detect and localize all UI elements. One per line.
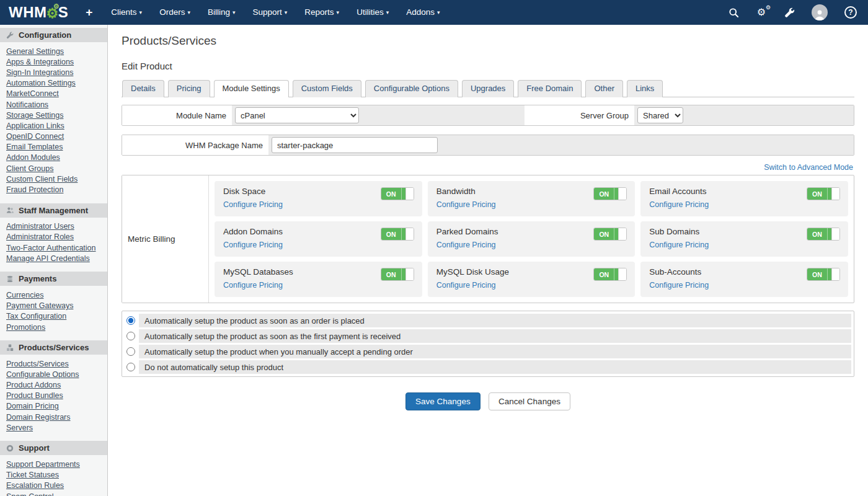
configure-pricing-link[interactable]: Configure Pricing	[649, 200, 709, 209]
tab-custom-fields[interactable]: Custom Fields	[293, 80, 361, 97]
nav-item-billing[interactable]: Billing▾	[199, 0, 244, 25]
sidebar-item-automation-settings[interactable]: Automation Settings	[0, 78, 107, 89]
switch-advanced-mode-link[interactable]: Switch to Advanced Mode	[764, 163, 853, 172]
sidebar-item-spam-control[interactable]: Spam Control	[0, 491, 107, 496]
sidebar-item-configurable-options[interactable]: Configurable Options	[0, 369, 107, 379]
tab-links[interactable]: Links	[627, 80, 663, 97]
tab-module-settings[interactable]: Module Settings	[214, 80, 289, 97]
setup-option-radio[interactable]	[126, 347, 135, 356]
toggle-off-track	[831, 188, 839, 200]
metric-toggle[interactable]: ON	[807, 268, 840, 281]
sidebar-item-product-addons[interactable]: Product Addons	[0, 380, 107, 391]
tab-upgrades[interactable]: Upgrades	[462, 80, 514, 97]
nav-item-orders[interactable]: Orders▾	[151, 0, 199, 25]
automation-status-gears-icon[interactable]: ⚙⚙	[756, 7, 767, 18]
nav-item-addons[interactable]: Addons▾	[397, 0, 448, 25]
nav-item-reports[interactable]: Reports▾	[296, 0, 348, 25]
module-name-label: Module Name	[122, 105, 232, 125]
save-changes-button[interactable]: Save Changes	[405, 392, 480, 410]
sidebar-item-fraud-protection[interactable]: Fraud Protection	[0, 184, 107, 195]
sidebar-item-domain-registrars[interactable]: Domain Registrars	[0, 412, 107, 422]
cancel-changes-button[interactable]: Cancel Changes	[489, 392, 570, 410]
sidebar-item-tax-configuration[interactable]: Tax Configuration	[0, 311, 107, 322]
tab-other[interactable]: Other	[585, 80, 623, 97]
configure-pricing-link[interactable]: Configure Pricing	[223, 281, 283, 290]
nav-item-utilities[interactable]: Utilities▾	[348, 0, 397, 25]
metric-toggle[interactable]: ON	[381, 228, 414, 241]
sidebar-item-product-bundles[interactable]: Product Bundles	[0, 391, 107, 401]
metric-toggle[interactable]: ON	[593, 268, 627, 281]
configure-pricing-link[interactable]: Configure Pricing	[436, 281, 496, 290]
help-icon[interactable]: ?	[844, 6, 857, 19]
main-content: Products/Services Edit Product DetailsPr…	[108, 25, 868, 496]
sidebar-item-support-departments[interactable]: Support Departments	[0, 459, 107, 469]
advanced-mode-row: Switch to Advanced Mode	[123, 161, 853, 172]
sidebar-item-manage-api-credentials[interactable]: Manage API Credentials	[0, 253, 107, 264]
search-icon[interactable]	[728, 7, 739, 18]
sidebar-item-general-settings[interactable]: General Settings	[0, 46, 107, 56]
metric-toggle[interactable]: ON	[381, 268, 414, 281]
sidebar-link-list: Products/ServicesConfigurable OptionsPro…	[0, 355, 107, 434]
user-avatar[interactable]	[812, 4, 828, 20]
sidebar-item-administrator-users[interactable]: Administrator Users	[0, 221, 107, 232]
sidebar-link-list: General SettingsApps & IntegrationsSign-…	[0, 42, 107, 197]
tab-pricing[interactable]: Pricing	[168, 80, 210, 97]
configure-pricing-link[interactable]: Configure Pricing	[436, 200, 496, 209]
sidebar-item-administrator-roles[interactable]: Administrator Roles	[0, 232, 107, 242]
configure-pricing-link[interactable]: Configure Pricing	[649, 281, 709, 290]
sidebar-item-ticket-statuses[interactable]: Ticket Statuses	[0, 470, 107, 480]
server-group-select[interactable]: Shared	[637, 107, 683, 123]
sidebar-item-payment-gateways[interactable]: Payment Gateways	[0, 301, 107, 311]
sidebar-item-two-factor-authentication[interactable]: Two-Factor Authentication	[0, 242, 107, 253]
sidebar-item-marketconnect[interactable]: MarketConnect	[0, 89, 107, 99]
sidebar-item-escalation-rules[interactable]: Escalation Rules	[0, 480, 107, 491]
setup-option-radio[interactable]	[126, 316, 135, 325]
sidebar-item-promotions[interactable]: Promotions	[0, 322, 107, 332]
sidebar-item-application-links[interactable]: Application Links	[0, 120, 107, 131]
nav-item-clients[interactable]: Clients▾	[102, 0, 151, 25]
sidebar-item-apps-integrations[interactable]: Apps & Integrations	[0, 56, 107, 67]
configure-pricing-link[interactable]: Configure Pricing	[223, 241, 283, 249]
whm-package-name-input[interactable]	[272, 137, 438, 153]
logo-small-gear-icon: ⚙	[53, 2, 60, 11]
metric-toggle[interactable]: ON	[381, 187, 414, 200]
metric-toggle[interactable]: ON	[807, 187, 840, 200]
configure-pricing-link[interactable]: Configure Pricing	[436, 241, 496, 249]
configure-pricing-link[interactable]: Configure Pricing	[223, 200, 283, 209]
quick-add-button[interactable]: +	[86, 6, 92, 19]
metric-billing-box: Metric Billing Disk SpaceConfigure Prici…	[122, 175, 854, 303]
toggle-off-track	[405, 268, 414, 280]
sidebar-item-custom-client-fields[interactable]: Custom Client Fields	[0, 174, 107, 184]
configure-pricing-link[interactable]: Configure Pricing	[649, 241, 709, 249]
setup-option-row: Automatically setup the product as soon …	[125, 329, 851, 343]
setup-option-label: Automatically setup the product as soon …	[139, 329, 851, 343]
sidebar-item-storage-settings[interactable]: Storage Settings	[0, 110, 107, 120]
sidebar-section-support: SupportSupport DepartmentsTicket Statuse…	[0, 441, 107, 496]
sidebar-item-addon-modules[interactable]: Addon Modules	[0, 153, 107, 163]
sidebar-item-servers[interactable]: Servers	[0, 422, 107, 433]
module-name-select[interactable]: cPanel	[235, 107, 359, 123]
whmcs-logo[interactable]: WHM⚙S ⚙	[9, 4, 68, 21]
setup-option-radio[interactable]	[126, 363, 135, 371]
metric-billing-grid: Disk SpaceConfigure PricingONBandwidthCo…	[209, 175, 854, 303]
setup-option-radio[interactable]	[126, 332, 135, 340]
tab-configurable-options[interactable]: Configurable Options	[365, 80, 458, 97]
sidebar-item-client-groups[interactable]: Client Groups	[0, 163, 107, 174]
sidebar-item-domain-pricing[interactable]: Domain Pricing	[0, 401, 107, 412]
sidebar-item-notifications[interactable]: Notifications	[0, 99, 107, 110]
metric-toggle[interactable]: ON	[593, 228, 627, 241]
sidebar-item-products-services[interactable]: Products/Services	[0, 358, 107, 369]
sidebar-item-openid-connect[interactable]: OpenID Connect	[0, 131, 107, 142]
tab-details[interactable]: Details	[122, 80, 164, 97]
metric-toggle[interactable]: ON	[807, 228, 840, 241]
nav-item-support[interactable]: Support▾	[244, 0, 296, 25]
navbar-right-icons: ⚙⚙ ?	[728, 4, 857, 20]
metric-toggle[interactable]: ON	[593, 187, 627, 200]
tab-free-domain[interactable]: Free Domain	[518, 80, 582, 97]
system-wrench-icon[interactable]	[784, 7, 795, 18]
sidebar-item-currencies[interactable]: Currencies	[0, 290, 107, 300]
sidebar-item-email-templates[interactable]: Email Templates	[0, 142, 107, 153]
toggle-on-label: ON	[807, 228, 827, 240]
sidebar-item-sign-in-integrations[interactable]: Sign-In Integrations	[0, 67, 107, 78]
logo-text-whm: WHM	[9, 4, 46, 21]
